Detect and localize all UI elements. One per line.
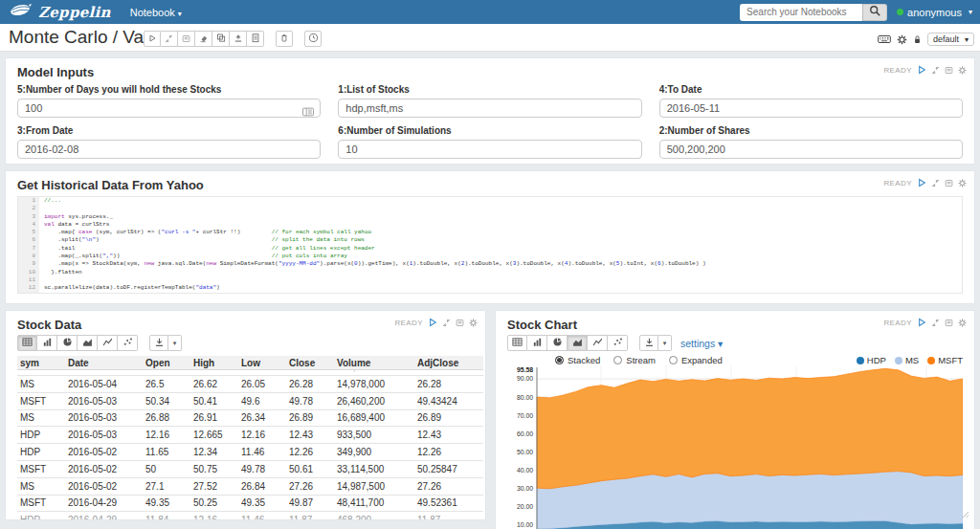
user-menu[interactable]: anonymous ▾ xyxy=(897,7,972,18)
legend-item-ms[interactable]: MS xyxy=(895,355,919,365)
zeppelin-logo[interactable]: Zeppelin xyxy=(10,3,111,21)
paragraph-settings-icon[interactable] xyxy=(958,179,967,187)
bar-chart-button[interactable] xyxy=(527,335,547,351)
column-header[interactable]: Open xyxy=(143,358,190,368)
toggle-output-icon[interactable] xyxy=(945,319,953,327)
download-button[interactable] xyxy=(639,335,658,351)
toggle-output-icon[interactable] xyxy=(456,319,464,327)
scatter-chart-button[interactable] xyxy=(118,335,138,351)
paragraph-settings-icon[interactable] xyxy=(958,319,967,327)
table-row: MS2016-05-0326.8826.9126.3426.8916,689,4… xyxy=(17,410,483,428)
paragraph-stock-data: Stock Data READY ▾ symDateOpenHighLowClo… xyxy=(5,310,486,520)
search-button[interactable] xyxy=(862,4,887,21)
table-chart-button[interactable] xyxy=(17,335,37,351)
table-cell: 2016-05-04 xyxy=(65,379,143,389)
export-note-button[interactable] xyxy=(230,31,247,47)
table-cell: 49.35 xyxy=(238,497,286,508)
toggle-editor-icon[interactable] xyxy=(442,319,451,327)
table-chart-icon xyxy=(22,336,33,350)
table-cell: 26.91 xyxy=(190,412,238,423)
resize-handle[interactable] xyxy=(962,505,969,522)
download-caret-button[interactable]: ▾ xyxy=(168,335,182,351)
paragraph-settings-icon[interactable] xyxy=(958,66,967,75)
line-chart-button[interactable] xyxy=(588,335,608,351)
export-note-icon xyxy=(234,32,243,46)
scatter-chart-button[interactable] xyxy=(608,335,628,351)
table-chart-button[interactable] xyxy=(507,335,527,351)
search-input[interactable] xyxy=(740,4,862,21)
bar-chart-button[interactable] xyxy=(37,335,57,351)
table-cell: 27.26 xyxy=(286,481,334,492)
clone-note-button[interactable] xyxy=(212,31,230,47)
mode-radio-stream[interactable]: Stream xyxy=(613,355,656,365)
column-header[interactable]: sym xyxy=(17,358,65,368)
settings-link[interactable]: settings ▾ xyxy=(680,338,723,349)
column-header[interactable]: Close xyxy=(286,358,334,368)
table-cell: 50.41 xyxy=(190,396,238,407)
run-paragraph-icon[interactable] xyxy=(428,318,437,327)
column-header[interactable]: AdjClose xyxy=(414,358,483,368)
table-row-clipped: HDP2016-04-2911.8412.1611.4611.87468,200… xyxy=(17,512,483,519)
permissions-lock-icon[interactable] xyxy=(913,34,922,45)
column-header[interactable]: Date xyxy=(65,358,143,368)
toggle-editor-icon[interactable] xyxy=(931,319,940,327)
form-field-input[interactable] xyxy=(338,99,641,118)
show-hide-code-button[interactable] xyxy=(161,31,178,47)
table-cell: 2016-04-29 xyxy=(65,515,143,519)
table-cell: 2016-05-02 xyxy=(65,447,143,457)
download-caret-button[interactable]: ▾ xyxy=(658,335,672,351)
mode-radio-expanded[interactable]: Expanded xyxy=(669,355,723,365)
note-title[interactable]: Monte Carlo / VaR xyxy=(9,27,157,48)
pie-chart-button[interactable] xyxy=(547,335,568,351)
keyboard-shortcuts-icon[interactable] xyxy=(878,34,891,44)
column-header[interactable]: Low xyxy=(238,358,286,368)
run-paragraph-icon[interactable] xyxy=(917,318,926,327)
toggle-editor-icon[interactable] xyxy=(931,179,940,187)
status-badge: READY xyxy=(883,66,912,75)
paragraph-title: Stock Chart xyxy=(507,318,577,332)
notebook-menu[interactable]: Notebook▾ xyxy=(130,7,182,18)
pie-chart-button[interactable] xyxy=(57,335,78,351)
form-field-input[interactable] xyxy=(17,99,321,118)
form-field-input[interactable] xyxy=(659,99,963,118)
run-paragraph-icon[interactable] xyxy=(917,65,926,75)
radio-icon xyxy=(669,356,678,364)
run-all-button[interactable] xyxy=(144,31,161,47)
toggle-output-icon[interactable] xyxy=(945,66,953,75)
paragraph-stock-chart: Stock Chart READY ▾settings ▾ StackedStr… xyxy=(495,310,975,529)
chevron-down-icon: ▾ xyxy=(178,10,182,18)
table-cell: 349,900 xyxy=(334,447,414,457)
show-hide-output-button[interactable] xyxy=(178,31,195,47)
svg-text:50.00: 50.00 xyxy=(517,449,533,455)
scheduler-button[interactable] xyxy=(304,31,322,47)
legend-item-hdp[interactable]: HDP xyxy=(857,355,886,365)
line-chart-button[interactable] xyxy=(98,335,118,351)
clear-output-button[interactable] xyxy=(195,31,212,47)
form-field-input[interactable] xyxy=(659,140,963,159)
legend-item-msft[interactable]: MSFT xyxy=(927,355,963,365)
version-control-button[interactable] xyxy=(247,31,264,47)
download-button[interactable] xyxy=(149,335,168,351)
table-cell: 12.16 xyxy=(190,515,238,519)
form-field-input[interactable] xyxy=(338,140,641,159)
mode-radio-stacked[interactable]: Stacked xyxy=(555,355,600,365)
toggle-output-icon[interactable] xyxy=(945,179,953,187)
interpreter-default-button[interactable]: default▾ xyxy=(927,33,974,46)
interpreter-gear-icon[interactable] xyxy=(897,34,907,45)
paragraph-settings-icon[interactable] xyxy=(469,319,478,327)
table-cell: 933,500 xyxy=(334,430,414,440)
table-cell: HDP xyxy=(17,370,65,372)
toggle-editor-icon[interactable] xyxy=(931,66,940,75)
code-line: 12sc.parallelize(data).toDF.registerTemp… xyxy=(18,284,962,292)
area-chart-button[interactable] xyxy=(568,335,588,351)
remove-note-button[interactable] xyxy=(276,31,293,47)
run-paragraph-icon[interactable] xyxy=(917,178,926,187)
form-field-input[interactable] xyxy=(17,140,321,159)
area-chart-button[interactable] xyxy=(78,335,98,351)
column-header[interactable]: High xyxy=(190,358,238,368)
table-cell: 26.89 xyxy=(286,412,334,423)
column-header[interactable]: Volume xyxy=(334,358,414,368)
chevron-down-icon: ▾ xyxy=(965,35,969,44)
table-row: MS2016-05-0426.526.6226.0526.2814,978,00… xyxy=(17,376,483,393)
code-editor[interactable]: 1//...23import sys.process._4val data = … xyxy=(17,196,963,294)
